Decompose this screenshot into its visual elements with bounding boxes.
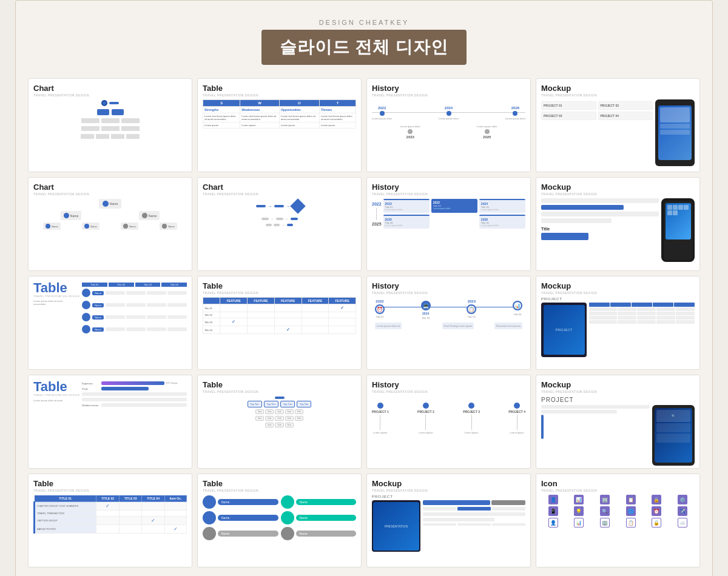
slide-10-subtitle: TRAVEL PRESENTATION DESIGN (203, 291, 356, 295)
slide-10-table: FEATUREFEATUREFEATUREFEATUREFEATURE Titl… (203, 297, 356, 334)
slide-2-subtitle: TRAVEL PRESENTATION DESIGN (203, 93, 356, 97)
slide-20-icons: 👤 📊 🏢 📋 🔒 ⚙️ 📱 (541, 495, 695, 527)
slide-19-content: PRESENTATION (372, 500, 525, 552)
slide-5-subtitle: TRAVEL PRESENTATION DESIGN (33, 192, 187, 196)
slide-12-subtitle: TRAVEL PRESENTATION DESIGN (541, 291, 695, 295)
slide-4-subtitle: TRAVEL PRESENTATION DESIGN (541, 93, 695, 97)
slide-14-content: Top Tier Top Tier Top Tier Top Tier Sub … (203, 397, 356, 427)
slide-14[interactable]: Table TRAVEL PRESENTATION DESIGN Top Tie… (197, 375, 362, 469)
slide-11-content: 2022 ⏰ Title 01 💻 2024 Title 03 2023 📋 T… (372, 300, 525, 329)
slide-7[interactable]: History TRAVEL PRESENTATION DESIGN 2022 … (366, 177, 531, 271)
slide-9[interactable]: Table TRAVEL PRESENTATION DESIGN Lorem i… (28, 276, 192, 370)
slide-5-content: Name Name Name Name (33, 199, 187, 230)
slide-10[interactable]: Table TRAVEL PRESENTATION DESIGN FEATURE… (197, 276, 362, 370)
slide-3-title: History (372, 84, 525, 93)
slide-16-project-label: PROJECT (541, 397, 695, 403)
slide-13-title: Table (33, 380, 79, 393)
slide-18-content: Name Name Name Name (203, 495, 356, 540)
slide-3[interactable]: History TRAVEL PRESENTATION DESIGN 2022 … (366, 78, 531, 172)
slide-16-content: 🔍 (541, 405, 695, 466)
slide-10-title: Table (203, 281, 356, 290)
slide-11[interactable]: History TRAVEL PRESENTATION DESIGN 2022 … (366, 276, 531, 370)
slide-3-subtitle: TRAVEL PRESENTATION DESIGN (372, 93, 525, 97)
slide-19-subtitle: TRAVEL PRESENTATION DESIGN (372, 489, 525, 492)
slide-2[interactable]: Table TRAVEL PRESENTATION DESIGN SWOT St… (197, 78, 362, 172)
main-container: DESIGN CHEATKEY 슬라이드 전체 디자인 Chart TRAVEL… (15, 0, 713, 576)
slide-20[interactable]: Icon TRAVEL PRESENTATION DESIGN 👤 📊 🏢 📋 … (536, 474, 700, 568)
slide-8[interactable]: Mockup TRAVEL PRESENTATION DESIGN Title (536, 177, 700, 271)
slide-12[interactable]: Mockup TRAVEL PRESENTATION DESIGN PROJEC… (536, 276, 700, 370)
slide-18[interactable]: Table TRAVEL PRESENTATION DESIGN Name Na… (197, 474, 362, 568)
slide-17-table: TITLE 01 TITLE 02 TITLE 03 TITLE 04 Item… (33, 495, 187, 534)
main-title: 슬라이드 전체 디자인 (261, 30, 467, 65)
slide-15[interactable]: History TRAVEL PRESENTATION DESIGN PROJE… (366, 375, 531, 469)
slide-18-subtitle: TRAVEL PRESENTATION DESIGN (203, 489, 356, 492)
slide-15-content: PROJECT 1 Lorem ipsum PROJECT 2 Lorem ip… (372, 403, 525, 434)
slide-2-title: Table (203, 84, 356, 93)
slide-16[interactable]: Mockup TRAVEL PRESENTATION DESIGN PROJEC… (536, 375, 700, 469)
slide-20-title: Icon (541, 479, 695, 488)
slide-18-title: Table (203, 479, 356, 488)
slide-15-subtitle: TRAVEL PRESENTATION DESIGN (372, 390, 525, 393)
slide-8-title: Mockup (541, 183, 695, 192)
slide-8-content: Title (541, 198, 695, 262)
slide-13-content: Table TRAVEL PRESENTATION DESIGN Lorem i… (33, 380, 187, 459)
slide-9-content: Table TRAVEL PRESENTATION DESIGN Lorem i… (33, 281, 187, 335)
slide-2-table: SWOT Strengths Weaknesses Opportunities … (203, 99, 356, 129)
slide-1-subtitle: TRAVEL PRESENTATION DESIGN (33, 93, 187, 97)
slide-7-title: History (372, 183, 525, 192)
slide-12-content: PROJECT (541, 303, 695, 357)
brand-label: DESIGN CHEATKEY (28, 19, 700, 26)
slide-16-subtitle: TRAVEL PRESENTATION DESIGN (541, 390, 695, 393)
slide-11-title: History (372, 281, 525, 290)
slide-4-title: Mockup (541, 84, 695, 93)
slide-17[interactable]: Table TRAVEL PRESENTATION DESIGN TITLE 0… (28, 474, 192, 568)
slide-14-title: Table (203, 380, 356, 389)
header-area: DESIGN CHEATKEY 슬라이드 전체 디자인 (28, 19, 700, 65)
slide-5[interactable]: Chart TRAVEL PRESENTATION DESIGN Name Na… (28, 177, 192, 271)
slide-15-title: History (372, 380, 525, 389)
slide-grid: Chart TRAVEL PRESENTATION DESIGN (28, 78, 700, 568)
slide-12-title: Mockup (541, 281, 695, 290)
slide-13[interactable]: Table TRAVEL PRESENTATION DESIGN Lorem i… (28, 375, 192, 469)
slide-19-title: Mockup (372, 479, 525, 488)
slide-19-project: PROJECT (372, 495, 525, 498)
slide-7-content: 2022 2025 2023 Title 01 Lorem ipsum dolo… (372, 199, 525, 229)
slide-20-subtitle: TRAVEL PRESENTATION DESIGN (541, 489, 695, 492)
slide-7-subtitle: TRAVEL PRESENTATION DESIGN (372, 192, 525, 196)
slide-12-project-label: PROJECT (541, 297, 695, 301)
slide-3-timeline: 2022 Lorem ipsum dolor 2024 Lorem ipsum … (372, 106, 525, 139)
slide-11-subtitle: TRAVEL PRESENTATION DESIGN (372, 291, 525, 295)
slide-6[interactable]: Chart TRAVEL PRESENTATION DESIGN → → → → (197, 177, 362, 271)
slide-6-content: → → → → → (203, 201, 356, 227)
slide-6-title: Chart (203, 183, 356, 192)
slide-19[interactable]: Mockup TRAVEL PRESENTATION DESIGN PROJEC… (366, 474, 531, 568)
slide-1-content (33, 100, 187, 139)
slide-1[interactable]: Chart TRAVEL PRESENTATION DESIGN (28, 78, 192, 172)
slide-14-subtitle: TRAVEL PRESENTATION DESIGN (203, 390, 356, 393)
slide-8-subtitle: TRAVEL PRESENTATION DESIGN (541, 192, 695, 196)
slide-1-title: Chart (33, 84, 187, 93)
slide-16-title: Mockup (541, 380, 695, 389)
slide-5-title: Chart (33, 183, 187, 192)
slide-6-subtitle: TRAVEL PRESENTATION DESIGN (203, 192, 356, 196)
slide-17-title: Table (33, 479, 187, 488)
slide-17-subtitle: TRAVEL PRESENTATION DESIGN (33, 489, 187, 492)
slide-4-content: PROJECT 01 PROJECT 02 PROJECT 03 PROJECT… (541, 99, 695, 166)
slide-4[interactable]: Mockup TRAVEL PRESENTATION DESIGN PROJEC… (536, 78, 700, 172)
